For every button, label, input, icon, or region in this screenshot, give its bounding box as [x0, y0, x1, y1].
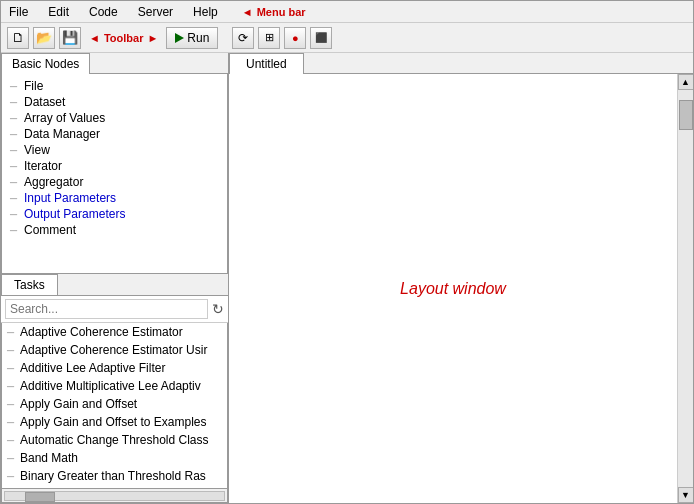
tree-item-input-parameters[interactable]: Input Parameters [4, 190, 225, 206]
toolbar-stop-button[interactable]: ⬛ [310, 27, 332, 49]
toolbar-record-button[interactable]: ● [284, 27, 306, 49]
v-scroll-thumb[interactable] [679, 100, 693, 130]
record-icon: ● [292, 32, 299, 44]
v-scroll-up-button[interactable]: ▲ [678, 74, 694, 90]
search-bar: ↻ [1, 296, 228, 323]
tasks-horizontal-scrollbar[interactable] [1, 489, 228, 503]
tree-item-aggregator[interactable]: Aggregator [4, 174, 225, 190]
doc-tab-bar: Untitled [229, 53, 693, 74]
v-scrollbar: ▲ ▼ [677, 74, 693, 503]
open-icon: 📂 [36, 30, 52, 45]
run-play-icon [175, 33, 184, 43]
basic-nodes-tab-bar: Basic Nodes [1, 53, 228, 74]
arrow-right-icon: ► [147, 32, 158, 44]
tasks-section: Tasks ↻ Adaptive Coherence Estimator Ada… [1, 274, 228, 503]
search-refresh-icon[interactable]: ↻ [212, 301, 224, 317]
menu-help[interactable]: Help [189, 4, 222, 20]
task-item-additive-lee[interactable]: Additive Lee Adaptive Filter [2, 359, 227, 377]
menu-server[interactable]: Server [134, 4, 177, 20]
run-button[interactable]: Run [166, 27, 218, 49]
basic-nodes-section: Basic Nodes File Dataset Array of Values… [1, 53, 228, 274]
tree-item-dataset[interactable]: Dataset [4, 94, 225, 110]
toolbar-annotation: ◄ Toolbar ► [89, 32, 158, 44]
task-item-automatic-change[interactable]: Automatic Change Threshold Class [2, 431, 227, 449]
layout-label: Layout window [400, 280, 506, 298]
doc-tab-untitled[interactable]: Untitled [229, 53, 304, 74]
main-content: Basic Nodes File Dataset Array of Values… [1, 53, 693, 503]
menu-file[interactable]: File [5, 4, 32, 20]
menu-edit[interactable]: Edit [44, 4, 73, 20]
task-item-binary-greater[interactable]: Binary Greater than Threshold Ras [2, 467, 227, 485]
open-button[interactable]: 📂 [33, 27, 55, 49]
right-panel: Untitled Layout window ▲ ▼ [229, 53, 693, 503]
tree-item-comment[interactable]: Comment [4, 222, 225, 238]
arrow-left-icon: ◄ [242, 6, 253, 18]
tasks-tab[interactable]: Tasks [1, 274, 58, 295]
tree-item-iterator[interactable]: Iterator [4, 158, 225, 174]
grid-icon: ⊞ [265, 31, 274, 44]
tasks-list[interactable]: Adaptive Coherence Estimator Adaptive Co… [1, 323, 228, 489]
basic-nodes-tree: File Dataset Array of Values Data Manage… [1, 74, 228, 274]
main-window: File Edit Code Server Help ◄ Menu bar 🗋 … [0, 0, 694, 504]
tree-item-view[interactable]: View [4, 142, 225, 158]
tree-item-data-manager[interactable]: Data Manager [4, 126, 225, 142]
task-item-apply-gain-offset[interactable]: Apply Gain and Offset [2, 395, 227, 413]
task-item-adaptive-coherence-usin[interactable]: Adaptive Coherence Estimator Usir [2, 341, 227, 359]
stop-icon: ⬛ [315, 32, 327, 43]
refresh-icon: ⟳ [238, 31, 248, 45]
v-scroll-track [678, 90, 694, 487]
save-button[interactable]: 💾 [59, 27, 81, 49]
save-icon: 💾 [62, 30, 78, 45]
toolbar-grid-button[interactable]: ⊞ [258, 27, 280, 49]
new-icon: 🗋 [12, 30, 25, 45]
task-item-adaptive-coherence[interactable]: Adaptive Coherence Estimator [2, 323, 227, 341]
menubar: File Edit Code Server Help ◄ Menu bar [1, 1, 693, 23]
task-item-apply-gain-offset-examples[interactable]: Apply Gain and Offset to Examples [2, 413, 227, 431]
toolbar-refresh-button[interactable]: ⟳ [232, 27, 254, 49]
layout-area: Layout window [229, 74, 677, 503]
tree-item-array-of-values[interactable]: Array of Values [4, 110, 225, 126]
h-scrollbar-track [4, 491, 225, 501]
tasks-tab-bar: Tasks [1, 274, 228, 296]
task-item-band-math[interactable]: Band Math [2, 449, 227, 467]
left-panel: Basic Nodes File Dataset Array of Values… [1, 53, 229, 503]
v-scroll-down-button[interactable]: ▼ [678, 487, 694, 503]
menu-code[interactable]: Code [85, 4, 122, 20]
task-item-additive-multiplicative[interactable]: Additive Multiplicative Lee Adaptiv [2, 377, 227, 395]
new-button[interactable]: 🗋 [7, 27, 29, 49]
h-scrollbar-thumb[interactable] [25, 492, 55, 502]
tree-item-output-parameters[interactable]: Output Parameters [4, 206, 225, 222]
toolbar: 🗋 📂 💾 ◄ Toolbar ► Run ⟳ ⊞ ● ⬛ [1, 23, 693, 53]
menubar-annotation: ◄ Menu bar [242, 6, 306, 18]
basic-nodes-tab[interactable]: Basic Nodes [1, 53, 90, 74]
arrow-left2-icon: ◄ [89, 32, 100, 44]
tree-item-file[interactable]: File [4, 78, 225, 94]
search-input[interactable] [5, 299, 208, 319]
